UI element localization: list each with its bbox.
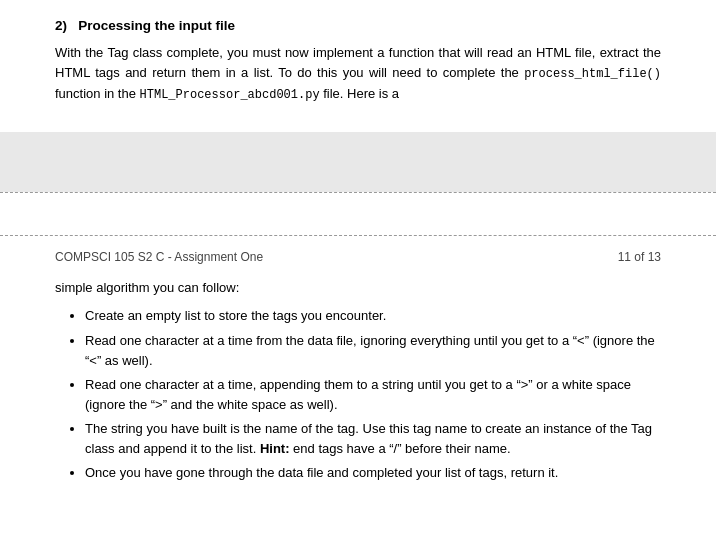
dashed-divider (0, 192, 716, 236)
section-number: 2) (55, 18, 67, 33)
list-item: Once you have gone through the data file… (85, 463, 661, 483)
list-item: The string you have built is the name of… (85, 419, 661, 459)
footer-line: COMPSCI 105 S2 C - Assignment One 11 of … (55, 250, 661, 264)
code-process-html: process_html_file() (524, 67, 661, 81)
bottom-content: simple algorithm you can follow: Create … (0, 278, 716, 483)
section-heading: 2) Processing the input file (55, 18, 661, 33)
gray-divider (0, 132, 716, 192)
section-paragraph: With the Tag class complete, you must no… (55, 43, 661, 104)
list-item: Create an empty list to store the tags y… (85, 306, 661, 326)
list-item: Read one character at a time, appending … (85, 375, 661, 415)
footer-area: COMPSCI 105 S2 C - Assignment One 11 of … (0, 236, 716, 264)
top-section: 2) Processing the input file With the Ta… (0, 0, 716, 124)
bullet-list: Create an empty list to store the tags y… (55, 306, 661, 483)
footer-page: 11 of 13 (618, 250, 661, 264)
footer-course: COMPSCI 105 S2 C - Assignment One (55, 250, 263, 264)
list-item: Read one character at a time from the da… (85, 331, 661, 371)
section-title: Processing the input file (78, 18, 235, 33)
intro-text: simple algorithm you can follow: (55, 278, 661, 298)
code-filename: HTML_Processor_abcd001.py (140, 88, 320, 102)
